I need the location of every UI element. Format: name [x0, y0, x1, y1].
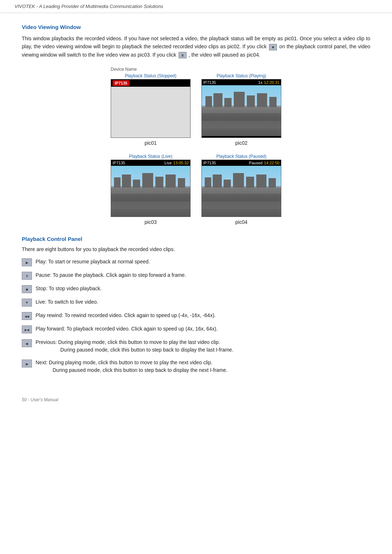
status-label-pic01: Playback Status (Stopped) — [111, 73, 191, 78]
stop-icon — [26, 287, 28, 291]
control-item-forward: Play forward: To playback recorded video… — [22, 325, 370, 333]
status-pic04: Paused — [249, 161, 262, 165]
next-icon — [25, 362, 28, 366]
caption-pic02: pic02 — [201, 140, 281, 146]
caption-pic04: pic04 — [201, 219, 281, 225]
video-section-title: Video Viewing Window — [22, 24, 370, 30]
speed-text-pic02: 1x — [258, 80, 263, 85]
time-pic04: 14:22:50 — [264, 161, 279, 165]
status-label-pic02: Playback Status (Playing) — [201, 73, 281, 78]
pause-label: Pause: To pause the playback. Click agai… — [36, 271, 186, 279]
previous-button[interactable] — [22, 339, 32, 347]
device-name-pic02: IP7135 — [203, 80, 216, 85]
video-body-pic04 — [202, 166, 281, 217]
video-window-pic04: IP7135 Paused 14:22:50 — [201, 160, 281, 217]
video-header-pic03: IP7135 Live 13:05:32 — [111, 160, 190, 166]
stop-label: Stop: To stop video playback. — [36, 285, 102, 292]
scene-pic02 — [202, 85, 281, 136]
video-window-pic02: IP7135 1x 12:20:31 — [201, 79, 281, 138]
status-label-pic03: Playback Status (Live) — [111, 153, 191, 159]
scene-pic03 — [111, 166, 190, 217]
previous-label: Previous: During playing mode, click thi… — [36, 338, 233, 354]
next-label: Next: During playing mode, click this bu… — [36, 359, 228, 374]
video-window-pic03: IP7135 Live 13:05:32 — [111, 160, 191, 217]
video-row-2: IP7135 Live 13:05:32 — [22, 160, 370, 217]
pause-button[interactable] — [22, 272, 32, 280]
time-pic03: 13:05:32 — [173, 161, 189, 165]
rewind-button[interactable] — [22, 312, 32, 320]
live-button[interactable]: ▼ — [22, 299, 32, 307]
play-button[interactable] — [22, 258, 32, 266]
video-grid: Device Name Playback Status (Stopped) Pl… — [22, 66, 370, 225]
next-button[interactable] — [22, 360, 32, 368]
forward-icon — [25, 328, 29, 332]
caption-pic03: pic03 — [111, 219, 191, 225]
inline-live-button: ▼ — [269, 44, 277, 50]
forward-button[interactable] — [22, 325, 32, 333]
control-item-previous: Previous: During playing mode, click thi… — [22, 338, 370, 354]
playback-section-title: Playback Control Panel — [22, 236, 370, 242]
header-text: VIVOTEK - A Leading Provider of Multimed… — [15, 4, 163, 9]
main-content: Video Viewing Window This window playbac… — [0, 13, 392, 394]
caption-row-2: pic03 pic04 — [22, 219, 370, 225]
live-icon: ▼ — [25, 301, 29, 304]
pause-icon — [25, 274, 29, 278]
video-section: Video Viewing Window This window playbac… — [22, 24, 370, 225]
status-pic03: Live — [164, 161, 172, 165]
footer-text: 50 - User's Manual — [22, 397, 58, 402]
control-item-live: ▼ Live: To switch to live video. — [22, 298, 370, 307]
control-item-pause: Pause: To pause the playback. Click agai… — [22, 271, 370, 280]
playback-section: Playback Control Panel There are eight b… — [22, 236, 370, 374]
video-row-1: IP7135 IP7135 1x 12:20:31 — [22, 79, 370, 138]
video-header-pic04: IP7135 Paused 14:22:50 — [202, 160, 281, 166]
video-header-pic02: IP7135 1x 12:20:31 — [202, 79, 281, 85]
control-list: Play: To start or resume playback at nor… — [22, 258, 370, 374]
video-intro-text: This window playbacks the recorded video… — [22, 34, 370, 59]
video-window-pic01: IP7135 — [111, 79, 191, 138]
stop-button[interactable] — [22, 285, 32, 293]
control-item-play: Play: To start or resume playback at nor… — [22, 258, 370, 266]
page-footer: 50 - User's Manual — [0, 394, 392, 406]
live-label: Live: To switch to live video. — [36, 298, 98, 306]
time-text-pic02: 12:20:31 — [264, 80, 279, 85]
control-item-rewind: Play rewind: To rewind recorded video. C… — [22, 312, 370, 320]
device-name-pic04: IP7135 — [203, 161, 216, 165]
device-name-pic03: IP7135 — [113, 161, 125, 165]
status-label-pic04: Playback Status (Paused) — [201, 153, 281, 159]
control-item-stop: Stop: To stop video playback. — [22, 285, 370, 293]
scene-pic04 — [202, 166, 281, 217]
control-item-next: Next: During playing mode, click this bu… — [22, 359, 370, 374]
rewind-icon — [25, 314, 29, 318]
forward-label: Play forward: To playback recorded video… — [36, 325, 218, 333]
rewind-label: Play rewind: To rewind recorded video. C… — [36, 312, 216, 319]
page-header: VIVOTEK - A Leading Provider of Multimed… — [0, 0, 392, 13]
playback-intro: There are eight buttons for you to playb… — [22, 246, 370, 252]
device-tag-pic01: IP7135 — [113, 80, 130, 86]
video-body-pic03 — [111, 166, 190, 217]
device-name-label: Device Name — [111, 67, 137, 72]
video-body-pic01 — [111, 87, 190, 138]
caption-pic01: pic01 — [111, 140, 191, 146]
video-body-pic02 — [202, 85, 281, 136]
play-label: Play: To start or resume playback at nor… — [36, 258, 150, 266]
previous-icon — [25, 341, 28, 345]
inline-pause-button: ⏸ — [179, 52, 187, 58]
play-icon — [26, 260, 28, 264]
caption-row-1: pic01 pic02 — [22, 140, 370, 146]
video-header-pic01: IP7135 — [111, 79, 190, 87]
